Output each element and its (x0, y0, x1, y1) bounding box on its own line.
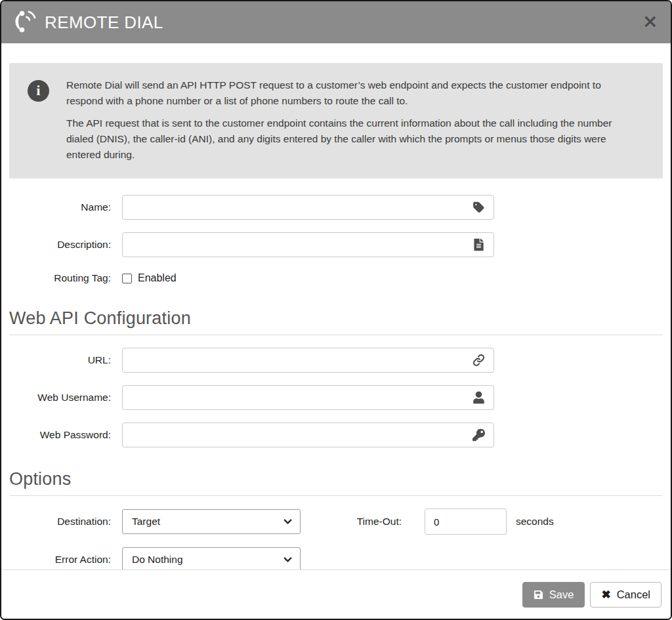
options-heading: Options (9, 469, 663, 489)
timeout-suffix: seconds (516, 516, 554, 527)
main-form: Name: Description: Routing (9, 195, 663, 287)
web-api-section: URL: Web Username: Web Pas (9, 348, 663, 447)
save-button-label: Save (549, 589, 574, 601)
save-button[interactable]: Save (522, 582, 585, 608)
name-label: Name: (9, 201, 111, 213)
web-username-label: Web Username: (9, 392, 111, 403)
section-divider (9, 335, 663, 335)
error-action-row: Error Action: Do Nothing (9, 547, 663, 572)
description-label: Description: (9, 239, 111, 251)
close-icon[interactable]: ✕ (642, 14, 658, 31)
timeout-input[interactable] (425, 508, 507, 535)
routing-tag-label: Routing Tag: (9, 272, 111, 284)
web-password-input[interactable] (122, 423, 494, 447)
routing-tag-row: Routing Tag: Enabled (9, 270, 663, 287)
key-icon (472, 429, 485, 442)
error-action-label: Error Action: (9, 554, 111, 566)
destination-selected-value: Target (132, 516, 160, 527)
destination-label: Destination: (9, 516, 111, 527)
name-input[interactable] (122, 195, 494, 220)
web-password-row: Web Password: (9, 423, 663, 447)
dialog-footer: Save ✖ Cancel (1, 569, 671, 619)
tag-icon (472, 201, 485, 214)
dialog-header: REMOTE DIAL ✕ (1, 1, 671, 43)
enabled-checkbox[interactable] (122, 274, 132, 283)
destination-select[interactable]: Target (122, 509, 301, 534)
chevron-down-icon (283, 517, 293, 527)
info-text: Remote Dial will send an API HTTP POST r… (66, 77, 638, 163)
error-action-selected-value: Do Nothing (132, 554, 183, 566)
web-password-label: Web Password: (9, 429, 111, 441)
destination-timeout-row: Destination: Target Time-Out: seconds (9, 508, 663, 535)
url-label: URL: (9, 354, 111, 366)
info-box: i Remote Dial will send an API HTTP POST… (9, 63, 663, 178)
url-row: URL: (9, 348, 663, 373)
save-icon (534, 590, 543, 600)
chevron-down-icon (283, 555, 293, 565)
timeout-label: Time-Out: (301, 516, 402, 527)
user-icon (472, 392, 485, 404)
cancel-x-icon: ✖ (601, 588, 610, 602)
cancel-button-label: Cancel (617, 589, 650, 601)
remote-dial-dialog: REMOTE DIAL ✕ i Remote Dial will send an… (0, 0, 672, 620)
options-section: Destination: Target Time-Out: seconds Er… (9, 508, 663, 572)
dialog-body: i Remote Dial will send an API HTTP POST… (1, 63, 671, 572)
web-username-input[interactable] (122, 385, 494, 410)
phone-volume-icon (10, 8, 37, 37)
url-input[interactable] (122, 348, 494, 373)
info-paragraph-1: Remote Dial will send an API HTTP POST r… (66, 77, 638, 109)
web-username-row: Web Username: (9, 385, 663, 410)
info-paragraph-2: The API request that is sent to the cust… (66, 115, 638, 163)
cancel-button[interactable]: ✖ Cancel (590, 582, 662, 608)
description-row: Description: (9, 232, 663, 257)
error-action-select[interactable]: Do Nothing (122, 547, 301, 572)
dialog-title: REMOTE DIAL (45, 12, 163, 33)
section-divider-2 (9, 495, 663, 496)
enabled-checkbox-label: Enabled (138, 272, 177, 284)
info-icon: i (28, 80, 49, 102)
link-icon (472, 354, 485, 367)
description-input[interactable] (122, 232, 494, 257)
web-api-configuration-heading: Web API Configuration (9, 308, 663, 329)
name-row: Name: (9, 195, 663, 220)
file-text-icon (472, 239, 485, 251)
